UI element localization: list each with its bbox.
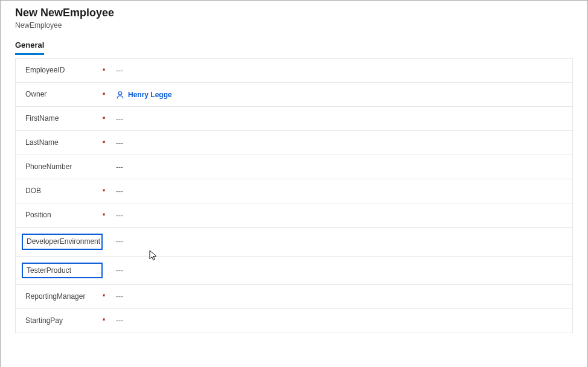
field-row-developerenvironment: DeveloperEnvironment ---	[16, 228, 572, 256]
field-value-testerproduct[interactable]: ---	[111, 266, 123, 275]
field-row-phonenumber: PhoneNumber ---	[16, 155, 572, 179]
field-value-position[interactable]: ---	[111, 211, 123, 220]
required-mark: *	[103, 317, 111, 324]
field-label-dob: DOB	[25, 187, 103, 195]
field-row-startingpay: StartingPay * ---	[16, 309, 572, 333]
field-label-startingpay: StartingPay	[25, 316, 103, 325]
field-row-testerproduct: TesterProduct ---	[16, 257, 572, 285]
page-wrapper: New NewEmployee NewEmployee General Empl…	[0, 0, 588, 367]
svg-point-0	[118, 91, 121, 94]
field-value-phonenumber[interactable]: ---	[111, 163, 123, 171]
field-row-owner: Owner * Henry Legge	[16, 83, 572, 107]
field-value-developerenvironment[interactable]: ---	[111, 237, 123, 246]
person-icon	[116, 91, 124, 99]
field-label-owner: Owner	[25, 90, 103, 98]
page-subtitle: NewEmployee	[15, 21, 573, 30]
required-mark: *	[103, 67, 111, 74]
field-label-employeeid: EmployeeID	[25, 66, 103, 74]
field-row-position: Position * ---	[16, 203, 572, 228]
owner-name: Henry Legge	[128, 91, 172, 99]
field-row-firstname: FirstName * ---	[16, 107, 572, 131]
field-row-dob: DOB * ---	[16, 179, 572, 203]
field-value-employeeid[interactable]: ---	[111, 66, 123, 75]
field-value-owner[interactable]: Henry Legge	[111, 91, 172, 99]
field-value-startingpay[interactable]: ---	[111, 316, 123, 325]
form-header: New NewEmployee NewEmployee General	[1, 1, 587, 56]
field-row-lastname: LastName * ---	[16, 131, 572, 155]
field-label-testerproduct: TesterProduct	[22, 263, 103, 278]
page-title: New NewEmployee	[15, 5, 573, 21]
required-mark: *	[103, 91, 111, 98]
tab-general[interactable]: General	[15, 38, 44, 55]
field-label-position: Position	[25, 211, 103, 219]
required-mark: *	[103, 139, 111, 147]
required-mark: *	[103, 188, 111, 195]
form-container: EmployeeID * --- Owner * Henry Legge Fir…	[15, 58, 573, 333]
field-row-employeeid: EmployeeID * ---	[16, 59, 572, 83]
tabs: General	[15, 38, 573, 56]
required-mark: *	[103, 115, 111, 123]
field-value-reportingmanager[interactable]: ---	[111, 292, 123, 301]
required-mark: *	[103, 293, 111, 300]
field-label-phonenumber: PhoneNumber	[25, 162, 103, 171]
field-value-lastname[interactable]: ---	[111, 139, 123, 147]
field-row-reportingmanager: ReportingManager * ---	[16, 285, 572, 309]
required-mark: *	[103, 212, 111, 219]
field-value-firstname[interactable]: ---	[111, 115, 123, 123]
field-value-dob[interactable]: ---	[111, 187, 123, 196]
field-label-reportingmanager: ReportingManager	[25, 292, 103, 301]
field-label-lastname: LastName	[25, 138, 103, 147]
field-label-developerenvironment: DeveloperEnvironment	[22, 234, 103, 249]
field-label-firstname: FirstName	[25, 114, 103, 123]
